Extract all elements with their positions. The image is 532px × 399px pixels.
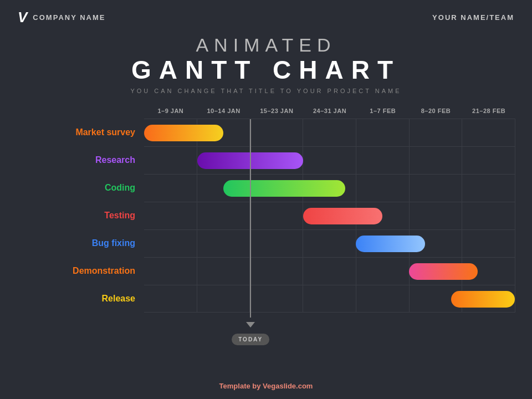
gantt-bar: [451, 291, 515, 308]
grid-area: TODAY: [144, 119, 515, 313]
row-label: Market survey: [17, 119, 144, 146]
gantt-bar: [356, 236, 424, 252]
gantt-bar: [144, 125, 223, 141]
title-subtitle: YOU CAN CHANGE THAT TITLE TO YOUR PROJEC…: [0, 88, 532, 94]
timeline-col: 15–23 JAN: [250, 108, 303, 119]
title-animated: ANIMATED: [0, 34, 532, 56]
today-marker: TODAY: [250, 119, 251, 318]
your-name: YOUR NAME/TEAM: [432, 13, 514, 22]
gantt-bar: [303, 208, 382, 224]
timeline-col: 24–31 JAN: [303, 108, 356, 119]
timeline-col: 1–7 FEB: [356, 108, 410, 119]
chart-container: 1–9 JAN10–14 JAN15–23 JAN24–31 JAN1–7 FE…: [17, 108, 515, 313]
footer-brand: Vegaslide.com: [263, 382, 313, 390]
today-label: TODAY: [232, 334, 269, 345]
logo-icon: V: [18, 10, 27, 24]
row-labels: Market surveyResearchCodingTestingBug fi…: [17, 119, 144, 313]
company-name: COMPANY NAME: [33, 13, 105, 22]
bars-container: TODAY: [144, 119, 515, 312]
row-label: Testing: [17, 202, 144, 229]
timeline-col: 8–20 FEB: [410, 108, 463, 119]
timeline-col: 21–28 FEB: [462, 108, 515, 119]
gantt-bar: [409, 263, 478, 280]
chart-body: Market surveyResearchCodingTestingBug fi…: [17, 119, 515, 313]
logo-area: V COMPANY NAME: [18, 10, 105, 24]
timeline-col: 10–14 JAN: [197, 108, 250, 119]
row-label: Bug fixing: [17, 229, 144, 257]
row-label: Coding: [17, 174, 144, 202]
header: V COMPANY NAME YOUR NAME/TEAM: [0, 0, 532, 24]
timeline-col: 1–9 JAN: [144, 108, 197, 119]
row-label: Demonstration: [17, 257, 144, 285]
gantt-bar: [223, 180, 345, 197]
footer-text: Template by: [219, 382, 263, 390]
row-label: Research: [17, 146, 144, 174]
title-section: ANIMATED GANTT CHART YOU CAN CHANGE THAT…: [0, 24, 532, 99]
footer: Template by Vegaslide.com: [0, 382, 532, 390]
timeline-header: 1–9 JAN10–14 JAN15–23 JAN24–31 JAN1–7 FE…: [144, 108, 515, 119]
today-arrow: [246, 322, 255, 328]
row-label: Release: [17, 285, 144, 313]
title-gantt: GANTT CHART: [0, 56, 532, 84]
